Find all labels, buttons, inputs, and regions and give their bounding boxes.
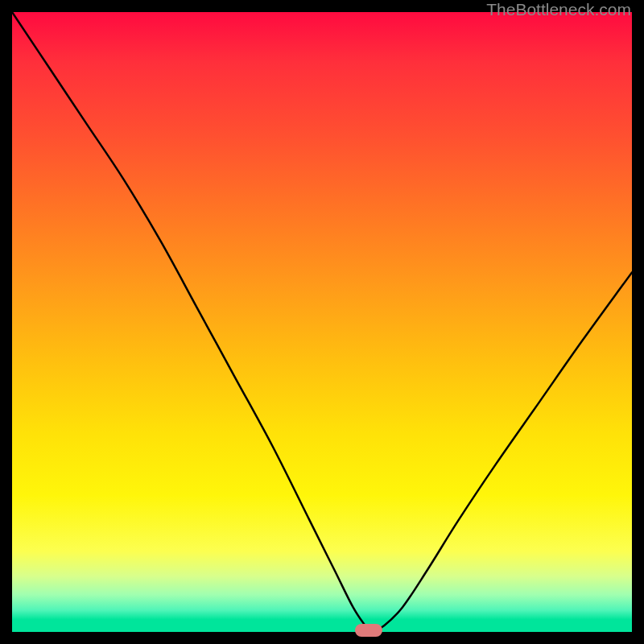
chart-frame: TheBottleneck.com: [0, 0, 644, 644]
watermark-text: TheBottleneck.com: [486, 0, 631, 19]
optimum-marker: [355, 624, 382, 637]
watermark: TheBottleneck.com: [486, 0, 631, 19]
bottleneck-curve: [12, 12, 632, 632]
plot-area: [12, 12, 632, 632]
